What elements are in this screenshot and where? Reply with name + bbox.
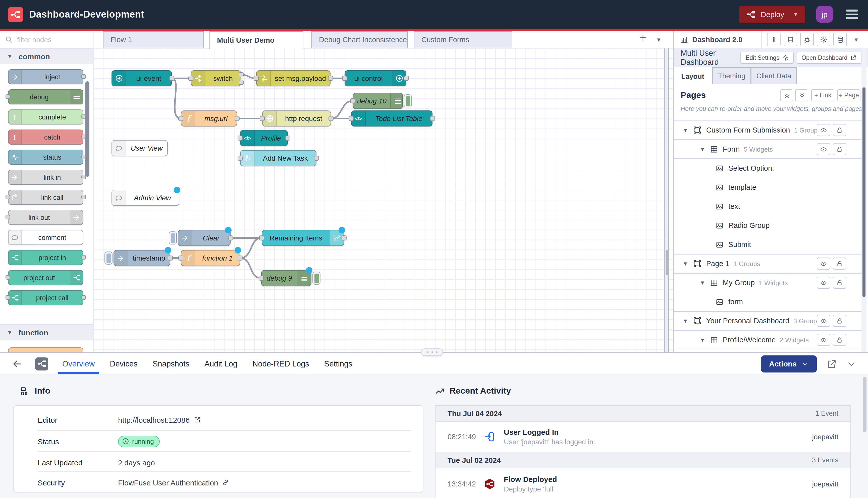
unlock-button[interactable] — [833, 143, 846, 155]
palette-category-function[interactable]: ▼ function — [0, 324, 93, 340]
visibility-eye-button[interactable] — [817, 315, 830, 327]
output-port[interactable] — [81, 195, 86, 199]
input-port[interactable] — [178, 255, 183, 261]
node-http-request[interactable]: http request — [262, 110, 331, 127]
output-port[interactable] — [430, 116, 435, 121]
input-port[interactable] — [342, 76, 347, 81]
flow-tab-debug-chart[interactable]: Debug Chart Inconsistence S — [311, 31, 408, 48]
tab-theming[interactable]: Theming — [712, 67, 751, 84]
output-port[interactable] — [235, 116, 239, 121]
unlock-button[interactable] — [833, 334, 846, 346]
scrollbar-thumb[interactable] — [863, 87, 866, 297]
input-port[interactable] — [349, 116, 354, 121]
tree-widget-select-option[interactable]: Select Option: — [674, 159, 863, 178]
deploy-caret-icon[interactable]: ▼ — [793, 12, 798, 17]
visibility-eye-button[interactable] — [817, 277, 830, 289]
output-port[interactable] — [168, 255, 173, 261]
palette-node-inject[interactable]: inject — [8, 69, 83, 84]
move-up-button[interactable] — [780, 89, 793, 101]
tree-widget-radio-group[interactable]: Radio Group — [674, 216, 863, 235]
chevron-down-icon[interactable]: ▼ — [700, 146, 705, 152]
tab-overview[interactable]: Overview — [61, 354, 96, 374]
output-port[interactable] — [81, 255, 86, 260]
output-port[interactable] — [169, 76, 174, 81]
tab-snapshots[interactable]: Snapshots — [152, 354, 191, 374]
chevron-down-icon[interactable]: ▼ — [700, 280, 705, 286]
sidebar-scrollbar[interactable] — [861, 48, 867, 352]
wire[interactable] — [240, 258, 261, 278]
wire[interactable] — [172, 78, 181, 118]
node-function-1[interactable]: f function 1 — [181, 250, 240, 266]
tree-widget-text[interactable]: text — [674, 197, 863, 216]
node-set-msg-payload[interactable]: set msg.payload — [256, 70, 331, 86]
collapse-panel-chevron-icon[interactable] — [847, 359, 856, 368]
output-port[interactable] — [81, 295, 86, 300]
filter-nodes-input[interactable] — [16, 35, 76, 44]
input-port[interactable] — [5, 215, 10, 219]
debug-toggle-button[interactable] — [404, 94, 412, 107]
flow-tab-multi-user-demo[interactable]: Multi User Demo — [209, 31, 303, 49]
output-port[interactable] — [228, 235, 233, 240]
settings-gear-button[interactable] — [817, 32, 830, 46]
node-add-new-task[interactable]: Add New Task — [240, 150, 316, 166]
output-port[interactable] — [328, 76, 333, 81]
input-port[interactable] — [5, 275, 10, 280]
palette-node-link-out[interactable]: link out — [8, 210, 83, 225]
input-port[interactable] — [260, 116, 265, 121]
unlock-button[interactable] — [833, 315, 846, 327]
input-port[interactable] — [254, 76, 259, 81]
tree-group-profile-welcome[interactable]: ▼ Profile/Welcome 2 Widgets — [674, 330, 863, 350]
flow-tab-custom-forms[interactable]: Custom Forms — [414, 31, 513, 48]
editor-url-link[interactable]: http://localhost:12086 — [118, 416, 201, 424]
tree-widget-submit[interactable]: Submit — [674, 235, 863, 254]
palette-node-link-in[interactable]: link in — [8, 170, 83, 185]
deploy-button[interactable]: Deploy ▼ — [740, 6, 805, 23]
chevron-down-icon[interactable]: ▼ — [683, 127, 688, 133]
output-port[interactable] — [285, 135, 290, 141]
edit-settings-button[interactable]: Edit Settings — [740, 52, 793, 64]
palette-node-function-partial[interactable] — [8, 348, 83, 352]
visibility-eye-button[interactable] — [817, 124, 830, 136]
node-switch[interactable]: switch — [191, 70, 241, 86]
bottom-panel-scrollbar[interactable] — [863, 377, 867, 432]
input-port[interactable] — [5, 295, 10, 300]
info-tool-button[interactable]: i — [767, 32, 781, 46]
tree-page-your-personal-dashboard[interactable]: ▼ Your Personal Dashboard 3 Groups — [674, 311, 863, 330]
node-user-view-comment[interactable]: User View — [112, 140, 168, 156]
wire[interactable] — [240, 238, 262, 258]
tab-layout[interactable]: Layout — [674, 67, 712, 85]
tab-audit-log[interactable]: Audit Log — [204, 354, 238, 374]
inject-button[interactable] — [104, 251, 113, 265]
visibility-eye-button[interactable] — [817, 334, 830, 346]
canvas-vertical-scrollbar[interactable] — [664, 48, 669, 352]
tree-widget-form[interactable]: form — [674, 292, 863, 311]
palette-node-complete[interactable]: ! complete — [8, 109, 83, 124]
output-port[interactable] — [237, 255, 243, 261]
palette-node-status[interactable]: status — [8, 149, 83, 165]
node-debug-10[interactable]: debug 10 — [353, 93, 403, 109]
output-port[interactable] — [81, 175, 86, 179]
back-arrow-icon[interactable] — [12, 359, 22, 369]
node-msg-url[interactable]: f msg.url — [181, 110, 237, 127]
node-remaining-items-chart[interactable]: Remaining Items — [262, 230, 344, 246]
avatar[interactable]: jp — [816, 6, 833, 23]
chevron-down-icon[interactable]: ▼ — [683, 318, 688, 324]
unlock-button[interactable] — [833, 124, 846, 136]
activity-event-user-logged-in[interactable]: 08:21:49 User Logged In User 'joepavitt'… — [436, 422, 851, 452]
open-dashboard-button[interactable]: Open Dashboard — [796, 52, 861, 64]
palette-node-project-in[interactable]: project in — [8, 250, 83, 265]
input-port[interactable] — [259, 235, 264, 240]
debug-toggle-button[interactable] — [312, 272, 321, 285]
node-ui-control[interactable]: ui control — [345, 70, 406, 86]
inject-button[interactable] — [169, 232, 177, 245]
visibility-eye-button[interactable] — [817, 143, 830, 155]
node-profile[interactable]: </> Profile — [240, 130, 288, 146]
tree-group-my-group[interactable]: ▼ My Group 1 Widgets — [674, 273, 863, 292]
input-port[interactable] — [237, 156, 243, 161]
palette-category-common[interactable]: ▼ common — [0, 48, 93, 64]
palette-node-catch[interactable]: ! catch — [8, 130, 83, 145]
input-port[interactable] — [350, 99, 355, 103]
flow-canvas[interactable]: ui-event switch set msg.payload ui contr… — [93, 48, 673, 352]
node-ui-event[interactable]: ui-event — [112, 70, 172, 86]
tree-page-custom-form-submission[interactable]: ▼ Custom Form Submission 1 Groups — [674, 120, 863, 140]
